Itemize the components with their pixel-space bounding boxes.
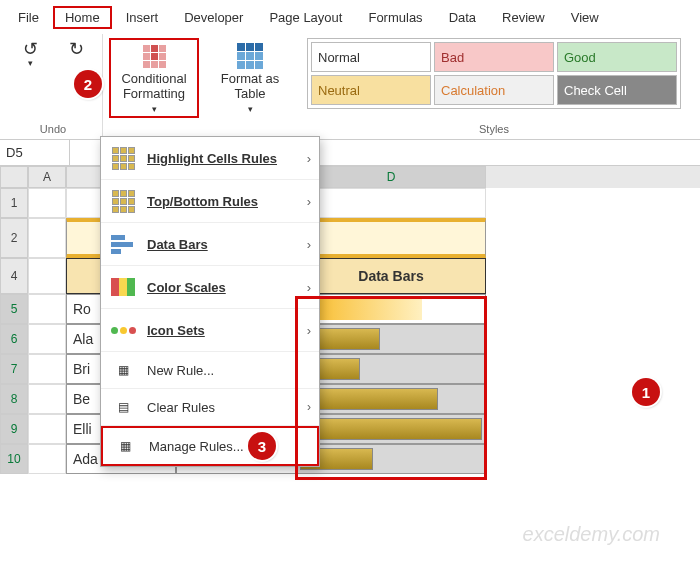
tab-insert[interactable]: Insert — [114, 6, 171, 29]
conditional-formatting-label: Conditional Formatting — [113, 72, 195, 102]
data-bar — [300, 388, 438, 410]
row-header[interactable]: 9 — [0, 414, 28, 444]
watermark: exceldemy.com — [523, 523, 660, 546]
style-check-cell[interactable]: Check Cell — [557, 75, 677, 105]
clear-rules-icon: ▤ — [109, 394, 137, 420]
data-bars-icon — [109, 231, 137, 257]
cell-databar[interactable] — [296, 294, 486, 324]
undo-button[interactable]: ↺ ▾ — [10, 38, 50, 70]
chevron-down-icon: ▾ — [248, 104, 253, 114]
cell[interactable] — [28, 384, 66, 414]
col-header-A[interactable]: A — [28, 166, 66, 188]
tab-review[interactable]: Review — [490, 6, 557, 29]
menu-item-label: Data Bars — [147, 237, 208, 252]
menu-item-label: New Rule... — [147, 363, 214, 378]
chevron-right-icon: › — [307, 323, 311, 338]
row-header[interactable]: 10 — [0, 444, 28, 474]
tab-developer[interactable]: Developer — [172, 6, 255, 29]
menu-top-bottom-rules[interactable]: Top/Bottom Rules › — [101, 180, 319, 223]
menu-clear-rules[interactable]: ▤ Clear Rules › — [101, 389, 319, 426]
cell[interactable] — [28, 258, 66, 294]
style-normal[interactable]: Normal — [311, 42, 431, 72]
conditional-formatting-icon — [140, 44, 168, 70]
row-header[interactable]: 7 — [0, 354, 28, 384]
chevron-right-icon: › — [307, 280, 311, 295]
cell-databar[interactable] — [296, 444, 486, 474]
chevron-right-icon: › — [307, 151, 311, 166]
style-good[interactable]: Good — [557, 42, 677, 72]
menu-new-rule[interactable]: ▦ New Rule... — [101, 352, 319, 389]
cell[interactable] — [28, 324, 66, 354]
menu-highlight-cells-rules[interactable]: Highlight Cells Rules › — [101, 137, 319, 180]
cell[interactable] — [28, 294, 66, 324]
row-header[interactable]: 8 — [0, 384, 28, 414]
row-header[interactable]: 6 — [0, 324, 28, 354]
tab-page-layout[interactable]: Page Layout — [257, 6, 354, 29]
cell-databar[interactable] — [296, 324, 486, 354]
menu-item-label: Icon Sets — [147, 323, 205, 338]
conditional-formatting-button[interactable]: Conditional Formatting ▾ — [109, 38, 199, 118]
style-bad[interactable]: Bad — [434, 42, 554, 72]
row-header[interactable]: 5 — [0, 294, 28, 324]
title-cell[interactable] — [296, 218, 486, 258]
chevron-down-icon: ▾ — [28, 58, 33, 68]
format-as-table-icon — [236, 42, 264, 70]
cell[interactable] — [28, 414, 66, 444]
group-styles-buttons: Conditional Formatting ▾ Format as Table… — [103, 34, 301, 139]
group-styles: Normal Bad Good Neutral Calculation Chec… — [301, 34, 687, 139]
format-as-table-label: Format as Table — [207, 72, 293, 102]
menu-color-scales[interactable]: Color Scales › — [101, 266, 319, 309]
data-bar — [300, 418, 482, 440]
redo-icon: ↻ — [69, 40, 84, 58]
redo-button[interactable]: ↻ — [56, 38, 96, 60]
highlight-cells-icon — [109, 145, 137, 171]
cell-databar[interactable] — [296, 414, 486, 444]
cell-databar[interactable] — [296, 354, 486, 384]
callout-1: 1 — [632, 378, 660, 406]
col-header-D[interactable]: D — [296, 166, 486, 188]
tab-file[interactable]: File — [6, 6, 51, 29]
menu-icon-sets[interactable]: Icon Sets › — [101, 309, 319, 352]
menu-item-label: Highlight Cells Rules — [147, 151, 277, 166]
row-header[interactable]: 1 — [0, 188, 28, 218]
menu-item-label: Clear Rules — [147, 400, 215, 415]
cell[interactable] — [28, 188, 66, 218]
row-header[interactable]: 4 — [0, 258, 28, 294]
manage-rules-icon: ▦ — [111, 433, 139, 459]
chevron-right-icon: › — [307, 194, 311, 209]
group-label-undo: Undo — [40, 121, 66, 139]
style-calculation[interactable]: Calculation — [434, 75, 554, 105]
new-rule-icon: ▦ — [109, 357, 137, 383]
cell[interactable] — [28, 444, 66, 474]
header-data-bars[interactable]: Data Bars — [296, 258, 486, 294]
chevron-right-icon: › — [307, 400, 311, 414]
row-header[interactable]: 2 — [0, 218, 28, 258]
tab-view[interactable]: View — [559, 6, 611, 29]
chevron-right-icon: › — [307, 237, 311, 252]
undo-icon: ↺ — [23, 40, 38, 58]
group-label-styles: Styles — [479, 121, 509, 139]
select-all-corner[interactable] — [0, 166, 28, 188]
cell[interactable] — [296, 188, 486, 218]
ribbon: ↺ ▾ ↻ Undo Conditional Formatting ▾ For — [0, 30, 700, 140]
tab-home[interactable]: Home — [53, 6, 112, 29]
color-scales-icon — [109, 274, 137, 300]
format-as-table-button[interactable]: Format as Table ▾ — [205, 38, 295, 118]
cell[interactable] — [28, 354, 66, 384]
style-neutral[interactable]: Neutral — [311, 75, 431, 105]
tab-formulas[interactable]: Formulas — [356, 6, 434, 29]
top-bottom-icon — [109, 188, 137, 214]
cell-databar[interactable] — [296, 384, 486, 414]
tab-data[interactable]: Data — [437, 6, 488, 29]
menu-item-label: Color Scales — [147, 280, 226, 295]
callout-3: 3 — [248, 432, 276, 460]
menu-item-label: Top/Bottom Rules — [147, 194, 258, 209]
conditional-formatting-menu: Highlight Cells Rules › Top/Bottom Rules… — [100, 136, 320, 467]
name-box[interactable]: D5 — [0, 140, 70, 165]
chevron-down-icon: ▾ — [152, 104, 157, 114]
menu-manage-rules[interactable]: ▦ Manage Rules... — [101, 426, 319, 466]
icon-sets-icon — [109, 317, 137, 343]
cell-styles-gallery[interactable]: Normal Bad Good Neutral Calculation Chec… — [307, 38, 681, 109]
menu-data-bars[interactable]: Data Bars › — [101, 223, 319, 266]
callout-2: 2 — [74, 70, 102, 98]
